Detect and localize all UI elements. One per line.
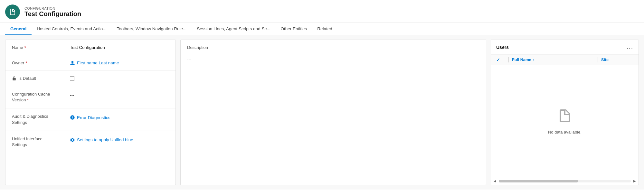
empty-text: No data available.	[548, 130, 582, 135]
tab-related[interactable]: Related	[312, 23, 337, 35]
name-row: Name * Test Configuration	[5, 40, 175, 55]
users-panel-header: Users ...	[491, 40, 639, 55]
owner-required: *	[25, 60, 27, 66]
scrollbar-thumb	[499, 180, 578, 182]
page-title: Test Configuration	[24, 10, 81, 18]
users-panel: Users ... ✓ Full Name ↑ Site No data ava…	[491, 40, 639, 185]
entity-subtitle: CONFIGURATION	[24, 6, 81, 10]
main-content: Name * Test Configuration Owner * First …	[0, 35, 644, 190]
users-panel-title: Users	[496, 45, 509, 50]
settings-icon	[70, 137, 75, 143]
check-column: ✓	[496, 57, 505, 62]
empty-state: No data available.	[491, 65, 639, 177]
tab-general[interactable]: General	[5, 23, 32, 35]
description-label: Description	[187, 45, 479, 50]
checkmark-icon: ✓	[496, 57, 500, 62]
sort-icon: ↑	[533, 58, 534, 62]
name-label: Name *	[12, 45, 70, 50]
scrollbar-row: ◀ ▶	[491, 177, 639, 185]
lock-icon	[12, 76, 16, 81]
users-table-header: ✓ Full Name ↑ Site	[491, 55, 639, 65]
owner-value[interactable]: First name Last name	[70, 60, 169, 66]
config-cache-value: ---	[70, 91, 169, 98]
description-panel: Description ---	[180, 40, 486, 185]
tab-bar: General Hosted Controls, Events and Acti…	[0, 23, 644, 35]
scroll-right-icon[interactable]: ▶	[632, 179, 637, 183]
tab-session-lines[interactable]: Session Lines, Agent Scripts and Sc...	[192, 23, 275, 35]
owner-label: Owner *	[12, 60, 70, 66]
is-default-label: Is Default	[12, 76, 70, 81]
site-column[interactable]: Site	[601, 58, 633, 62]
person-icon	[70, 60, 75, 66]
column-divider-2	[598, 57, 598, 62]
empty-state-icon	[557, 108, 573, 126]
full-name-column[interactable]: Full Name ↑	[512, 58, 594, 62]
ui-settings-value[interactable]: Settings to apply Unified blue	[70, 136, 169, 143]
config-cache-row: Configuration Cache Version * ---	[5, 86, 175, 108]
tab-hosted-controls[interactable]: Hosted Controls, Events and Actio...	[32, 23, 111, 35]
scroll-left-icon[interactable]: ◀	[492, 179, 497, 183]
name-required: *	[24, 45, 26, 50]
is-default-row: Is Default	[5, 71, 175, 86]
form-panel: Name * Test Configuration Owner * First …	[5, 40, 176, 185]
config-cache-label: Configuration Cache Version *	[12, 91, 70, 103]
name-value: Test Configuration	[70, 45, 169, 50]
description-value: ---	[187, 54, 479, 64]
audit-label: Audit & Diagnostics Settings	[12, 114, 70, 125]
audit-row: Audit & Diagnostics Settings Error Diagn…	[5, 108, 175, 131]
entity-icon	[5, 5, 20, 19]
audit-value[interactable]: Error Diagnostics	[70, 114, 169, 120]
diagnostics-icon	[70, 115, 75, 120]
ui-settings-label: Unified Interface Settings	[12, 136, 70, 148]
header-text: CONFIGURATION Test Configuration	[24, 6, 81, 18]
is-default-checkbox[interactable]	[70, 76, 74, 81]
column-divider	[508, 57, 509, 62]
tab-other-entities[interactable]: Other Entities	[275, 23, 312, 35]
page-header: CONFIGURATION Test Configuration	[0, 0, 644, 23]
owner-row: Owner * First name Last name	[5, 55, 175, 71]
tab-toolbars[interactable]: Toolbars, Window Navigation Rule...	[111, 23, 192, 35]
scrollbar-track[interactable]	[499, 180, 631, 182]
more-options-icon[interactable]: ...	[627, 44, 633, 51]
ui-settings-row: Unified Interface Settings Settings to a…	[5, 131, 175, 153]
config-cache-required: *	[27, 98, 29, 102]
